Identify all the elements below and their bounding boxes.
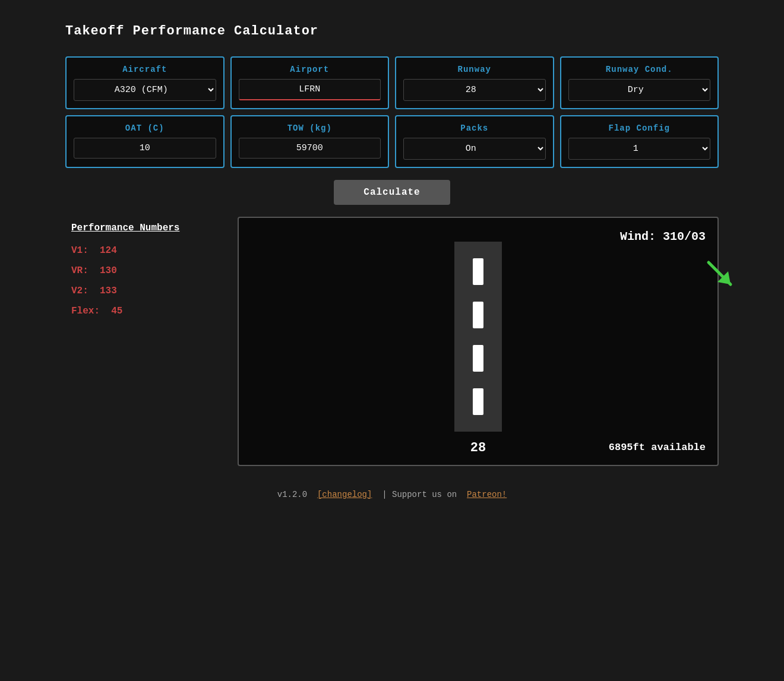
- runway-cond-select[interactable]: Dry Wet: [568, 79, 711, 101]
- tow-card: TOW (kg): [230, 115, 390, 168]
- v2-value: 133: [100, 286, 117, 296]
- vr-label: VR:: [71, 265, 88, 276]
- wind-info: Wind: 310/03: [620, 230, 706, 243]
- runway-select[interactable]: 10 28: [403, 79, 546, 101]
- packs-card: Packs On Off: [395, 115, 554, 168]
- flex-label: Flex:: [71, 306, 100, 316]
- v1-label: V1:: [71, 245, 88, 256]
- runway-card: Runway 10 28: [395, 56, 554, 109]
- aircraft-select[interactable]: A320 (CFM) A320 (IAE) A319 (CFM) A319 (I…: [74, 79, 216, 101]
- runway-label: Runway: [458, 65, 491, 74]
- performance-title: Performance Numbers: [71, 223, 208, 233]
- flap-select[interactable]: 1 2 3: [568, 138, 711, 160]
- runway-marking-1: [473, 258, 483, 285]
- aircraft-label: Aircraft: [122, 65, 167, 74]
- runway-marking-2: [473, 302, 483, 328]
- runway-cond-label: Runway Cond.: [606, 65, 673, 74]
- v1-value: 124: [100, 245, 117, 256]
- v2-row: V2: 133: [71, 286, 208, 296]
- support-label: | Support us on: [382, 490, 457, 499]
- results-section: Performance Numbers V1: 124 VR: 130 V2: …: [65, 217, 719, 466]
- runway-visual: Wind: 310/03 28 6895ft available: [238, 217, 719, 466]
- footer: v1.2.0 [changelog] | Support us on Patre…: [65, 490, 719, 499]
- runway-strip: 28: [454, 242, 502, 432]
- changelog-link[interactable]: [changelog]: [317, 490, 372, 499]
- v2-label: V2:: [71, 286, 88, 296]
- tow-label: TOW (kg): [287, 123, 332, 133]
- runway-marking-3: [473, 345, 483, 372]
- flap-card: Flap Config 1 2 3: [560, 115, 719, 168]
- calculate-button[interactable]: Calculate: [334, 180, 450, 205]
- vr-row: VR: 130: [71, 265, 208, 276]
- airport-card: Airport: [230, 56, 390, 109]
- packs-label: Packs: [460, 123, 488, 133]
- airport-input[interactable]: [239, 79, 381, 100]
- oat-card: OAT (C): [65, 115, 225, 168]
- oat-label: OAT (C): [125, 123, 165, 133]
- flex-value: 45: [111, 306, 122, 316]
- performance-panel: Performance Numbers V1: 124 VR: 130 V2: …: [65, 217, 214, 332]
- v1-row: V1: 124: [71, 245, 208, 256]
- oat-input[interactable]: [74, 138, 216, 159]
- packs-select[interactable]: On Off: [403, 138, 546, 160]
- flap-label: Flap Config: [609, 123, 670, 133]
- runway-available: 6895ft available: [609, 442, 706, 453]
- aircraft-card: Aircraft A320 (CFM) A320 (IAE) A319 (CFM…: [65, 56, 225, 109]
- flex-row: Flex: 45: [71, 306, 208, 316]
- runway-number: 28: [470, 441, 486, 455]
- version-label: v1.2.0: [277, 490, 307, 499]
- airport-label: Airport: [290, 65, 329, 74]
- vr-value: 130: [100, 265, 117, 276]
- tow-input[interactable]: [239, 138, 381, 159]
- input-grid: Aircraft A320 (CFM) A320 (IAE) A319 (CFM…: [65, 56, 719, 168]
- runway-marking-4: [473, 388, 483, 415]
- runway-cond-card: Runway Cond. Dry Wet: [560, 56, 719, 109]
- page-title: Takeoff Performance Calculator: [65, 24, 719, 39]
- patreon-link[interactable]: Patreon!: [467, 490, 507, 499]
